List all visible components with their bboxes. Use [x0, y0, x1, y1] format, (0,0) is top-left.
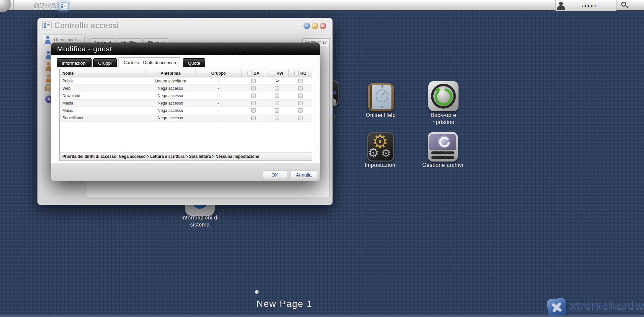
storage-manager-app-icon[interactable]: [428, 132, 458, 162]
group-value: -: [195, 86, 241, 91]
table-header: Nome Anteprima Gruppo DA RW RO: [60, 69, 312, 77]
folder-name: Surveillance: [60, 116, 146, 120]
rw-checkbox[interactable]: [275, 116, 279, 120]
da-checkbox[interactable]: [251, 79, 256, 83]
xtremehardware-logo-icon: [546, 298, 567, 317]
rw-checkbox[interactable]: [275, 108, 279, 113]
taskbar-access-control-icon[interactable]: [58, 1, 69, 10]
backup-label-line2: ripristino: [417, 119, 470, 125]
online-help-label: Online Help: [357, 112, 404, 118]
da-checkbox[interactable]: [251, 108, 256, 113]
search-icon: [621, 2, 626, 7]
rw-checkbox[interactable]: [275, 86, 279, 90]
da-select-all-checkbox[interactable]: [248, 71, 252, 75]
table-row-music[interactable]: Music Nega accesso -: [60, 107, 312, 114]
preview-value: Nega accesso: [146, 108, 195, 113]
drive-top-panel: [429, 134, 456, 150]
online-help-app-icon[interactable]: N S: [368, 83, 394, 111]
icon-detail: [333, 91, 336, 94]
settings-app-icon[interactable]: ⚙ ⚙ ⚙: [367, 132, 394, 162]
rw-checkbox[interactable]: [275, 79, 279, 83]
table-row-public[interactable]: Public Lettura e scrittura -: [60, 77, 312, 85]
page-indicator-dot[interactable]: [255, 290, 259, 294]
green-restore-arrow-icon: [433, 86, 454, 107]
book-page: N S: [372, 85, 391, 109]
tab-informazioni[interactable]: Informazioni: [57, 58, 92, 67]
show-desktop-corner-button[interactable]: [0, 0, 11, 12]
table-row-media[interactable]: Media Nega accesso -: [60, 100, 312, 107]
desktop-page-label: New Page 1: [251, 299, 318, 309]
settings-label: Impostazioni: [354, 162, 408, 168]
ro-checkbox[interactable]: [298, 108, 303, 113]
window-title: Controllo accessi: [54, 21, 119, 30]
table-empty-area: [60, 122, 312, 152]
rw-checkbox[interactable]: [275, 101, 279, 105]
access-priority-note: Priorità dei diritti di accesso: Nega ac…: [60, 152, 312, 161]
folder-name: Public: [60, 79, 146, 83]
local-user-icon: [45, 36, 51, 44]
ro-checkbox[interactable]: [298, 93, 303, 98]
da-checkbox[interactable]: [251, 101, 256, 105]
preview-value: Nega accesso: [146, 101, 195, 106]
table-row-download[interactable]: Download Nega accesso -: [60, 92, 312, 100]
compass-s-label: S: [381, 105, 383, 109]
user-avatar-icon: [557, 5, 565, 10]
cancel-button[interactable]: Annulla: [290, 171, 317, 179]
table-row-web[interactable]: Web Nega accesso -: [60, 85, 312, 92]
folder-name: Media: [60, 101, 146, 106]
ro-checkbox[interactable]: [298, 101, 303, 105]
rw-checkbox[interactable]: [275, 93, 279, 98]
help-button[interactable]: ?: [304, 23, 310, 29]
ro-checkbox[interactable]: [298, 116, 303, 120]
access-control-mini-icon: [60, 2, 67, 9]
folder-name: Download: [60, 93, 146, 98]
ok-button[interactable]: OK: [263, 171, 287, 179]
preview-value: Nega accesso: [146, 93, 195, 98]
dialog-footer: OK Annulla: [51, 164, 320, 181]
tab-gruppi[interactable]: Gruppi: [93, 58, 117, 67]
folder-rights-table: Nome Anteprima Gruppo DA RW RO Public: [59, 69, 312, 161]
backup-label-line1: Back-up e: [417, 112, 470, 118]
global-search-button[interactable]: [619, 1, 631, 10]
da-checkbox[interactable]: [251, 93, 256, 98]
column-header-da: DA: [241, 69, 265, 77]
ro-header-label: RO: [301, 71, 307, 76]
dialog-titlebar[interactable]: Modifica - guest: [51, 43, 320, 55]
ro-select-all-checkbox[interactable]: [294, 71, 299, 75]
group-value: -: [195, 93, 241, 98]
user-avatar-icon: [559, 2, 563, 5]
drive-logo-circle: [437, 135, 451, 149]
column-header-anteprima: Anteprima: [146, 69, 195, 77]
ro-checkbox[interactable]: [298, 86, 303, 90]
group-value: -: [195, 116, 241, 120]
preview-value: Nega accesso: [146, 86, 195, 91]
wrench-arc-icon: [437, 135, 451, 149]
logged-in-username: admin: [582, 3, 596, 8]
watermark-text: xtremehardware.it: [570, 299, 644, 312]
silver-gear-icon: ⚙: [368, 146, 379, 159]
tab-quota[interactable]: Quota: [183, 58, 205, 67]
rw-select-all-checkbox[interactable]: [271, 71, 275, 75]
column-header-gruppo: Gruppo: [195, 69, 241, 77]
user-menu[interactable]: admin: [555, 0, 616, 11]
tab-cartelle-diritti[interactable]: Cartelle - Diritti di accesso: [118, 57, 181, 67]
da-checkbox[interactable]: [251, 116, 256, 120]
da-checkbox[interactable]: [251, 86, 256, 90]
book-spine: [370, 85, 372, 109]
minimize-button[interactable]: −: [312, 23, 318, 29]
preview-value: Nega accesso: [146, 116, 195, 120]
desktop-bottom-edge: [0, 315, 644, 317]
backup-restore-app-icon[interactable]: [428, 81, 459, 111]
silver-gear-icon: ⚙: [381, 148, 391, 159]
drive-vent-slot: [431, 151, 454, 154]
close-button[interactable]: ×: [320, 23, 326, 29]
column-header-rw: RW: [265, 69, 288, 77]
group-value: -: [195, 79, 241, 83]
ro-checkbox[interactable]: [298, 79, 303, 83]
table-row-surveillance[interactable]: Surveillance Nega accesso -: [60, 114, 312, 122]
da-header-label: DA: [254, 71, 259, 76]
divider: [13, 0, 14, 10]
search-icon-handle: [626, 6, 629, 8]
drive-vent-slot: [431, 156, 454, 159]
access-control-window-icon: [42, 20, 52, 31]
